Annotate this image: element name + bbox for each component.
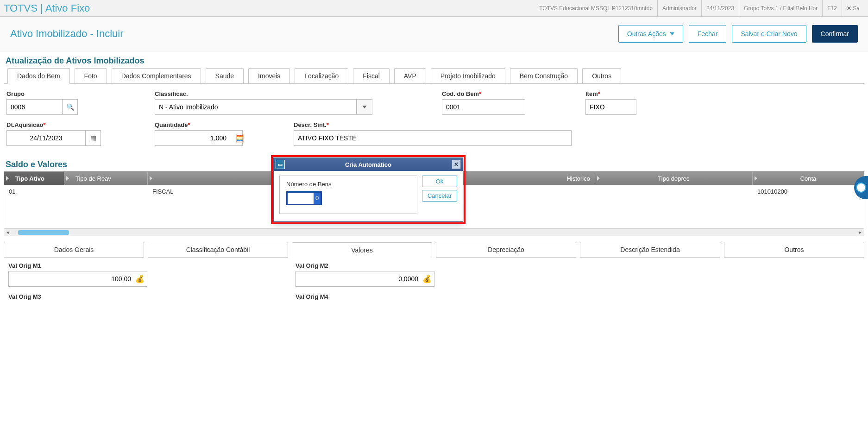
col-tipo-ativo[interactable]: Tipo Ativo <box>15 175 44 182</box>
grid-horizontal-scrollbar[interactable]: ◄ ► <box>4 228 864 236</box>
sort-indicator-icon <box>755 176 757 181</box>
calculator-icon[interactable]: 🧮 <box>235 134 245 143</box>
val-m1-label: Val Orig M1 <box>8 262 147 269</box>
numero-bens-label: Número de Bens <box>286 181 410 188</box>
sort-indicator-icon <box>597 176 600 181</box>
quantidade-label: Quantidade* <box>155 121 247 128</box>
caret-down-icon <box>362 106 367 108</box>
tab-localizacao[interactable]: Localização <box>295 68 348 84</box>
item-label: Item* <box>585 90 636 97</box>
tab-imoveis[interactable]: Imoveis <box>248 68 290 84</box>
subtab-dados-gerais[interactable]: Dados Gerais <box>4 242 144 258</box>
money-icon[interactable]: 💰 <box>135 275 145 283</box>
modal-title-text: Cria Automático <box>345 161 391 168</box>
page-subtitle: Ativo Imobilizado - Incluir <box>10 28 124 40</box>
close-icon: ✕ <box>454 161 459 168</box>
close-button[interactable]: Fechar <box>689 25 727 43</box>
confirm-button[interactable]: Confirmar <box>812 25 858 43</box>
help-icon <box>856 183 866 193</box>
grupo-label: Grupo <box>6 90 81 97</box>
topbar: TOTVS | Ativo Fixo TOTVS Educacional MSS… <box>0 0 868 17</box>
calendar-icon: ▦ <box>90 134 96 142</box>
tab-fiscal[interactable]: Fiscal <box>353 68 390 84</box>
dt-aquisicao-calendar-button[interactable]: ▦ <box>85 130 101 146</box>
main-tabs: Dados do Bem Foto Dados Complementares S… <box>4 68 864 83</box>
scroll-left-icon[interactable]: ◄ <box>4 229 12 236</box>
cod-bem-label: Cod. do Bem* <box>442 90 525 97</box>
subtab-classificacao-contabil[interactable]: Classificação Contábil <box>148 242 288 258</box>
val-m2-input[interactable] <box>296 271 434 287</box>
tab-dados-complementares[interactable]: Dados Complementares <box>112 68 201 84</box>
env-label: TOTVS Educacional MSSQL P1212310mntdb <box>535 0 657 17</box>
numero-bens-input-wrap[interactable]: 0 <box>286 191 322 205</box>
sort-indicator-icon <box>150 176 152 181</box>
val-m4-label: Val Orig M4 <box>296 293 434 300</box>
scroll-right-icon[interactable]: ► <box>856 229 864 236</box>
tab-outros[interactable]: Outros <box>582 68 621 84</box>
grupo-lookup-button[interactable]: 🔍 <box>62 99 78 115</box>
subtab-depreciacao[interactable]: Depreciação <box>436 242 576 258</box>
subtab-descricao-estendida[interactable]: Descrição Estendida <box>580 242 720 258</box>
scroll-thumb[interactable] <box>18 230 69 235</box>
save-and-new-button[interactable]: Salvar e Criar Novo <box>732 25 806 43</box>
tab-saude[interactable]: Saude <box>206 68 244 84</box>
col-tipo-reav[interactable]: Tipo de Reav <box>75 175 111 182</box>
subtab-valores[interactable]: Valores <box>292 242 432 258</box>
modal-cancel-button[interactable]: Cancelar <box>422 190 457 202</box>
money-icon[interactable]: 💰 <box>422 275 432 283</box>
other-actions-button[interactable]: Outras Ações <box>618 25 683 43</box>
user-label: Administrador <box>657 0 701 17</box>
sort-indicator-icon <box>6 176 9 181</box>
col-tipo-deprec[interactable]: Tipo deprec <box>658 175 689 182</box>
sub-tabs: Dados Gerais Classificação Contábil Valo… <box>4 242 864 258</box>
item-input[interactable] <box>585 99 636 115</box>
close-icon: ✕ <box>847 5 851 12</box>
cell-tipo-reav <box>64 188 148 195</box>
val-m1-input[interactable] <box>8 271 147 287</box>
classificac-label: Classificac. <box>155 90 372 97</box>
dt-aquisicao-input[interactable] <box>6 130 85 146</box>
actionbar: Ativo Imobilizado - Incluir Outras Ações… <box>0 17 868 51</box>
cell-conta: 101010200 <box>753 188 864 195</box>
dt-aquisicao-label: Dt.Aquisicao* <box>6 121 104 128</box>
grupo-input[interactable] <box>6 99 62 115</box>
classificac-dropdown-button[interactable] <box>357 99 372 115</box>
descr-sint-label: Descr. Sint.* <box>294 121 572 128</box>
modal-titlebar[interactable]: ▭ Cria Automático ✕ <box>274 158 463 171</box>
fkey-label[interactable]: F12 <box>822 0 842 17</box>
modal-ok-button[interactable]: Ok <box>422 176 457 187</box>
descr-sint-input[interactable] <box>294 130 572 146</box>
tab-dados-do-bem[interactable]: Dados do Bem <box>7 68 70 84</box>
modal-close-button[interactable]: ✕ <box>452 160 461 169</box>
close-window[interactable]: ✕ Sa <box>842 0 864 17</box>
group-label: Grupo Totvs 1 / Filial Belo Hor <box>739 0 822 17</box>
sort-indicator-icon <box>66 176 69 181</box>
tab-projeto-imobilizado[interactable]: Projeto Imobilizado <box>431 68 505 84</box>
numero-bens-input[interactable]: 0 <box>314 193 321 204</box>
tab-foto[interactable]: Foto <box>75 68 107 84</box>
tab-bem-construcao[interactable]: Bem Construção <box>510 68 578 84</box>
cell-tipo-ativo: 01 <box>4 188 64 195</box>
cell-tipo-deprec <box>595 188 753 195</box>
topbar-right: TOTVS Educacional MSSQL P1212310mntdb Ad… <box>535 0 864 17</box>
col-conta[interactable]: Conta <box>800 175 817 182</box>
date-label: 24/11/2023 <box>701 0 739 17</box>
col-historico[interactable]: Historico <box>566 175 590 182</box>
window-icon: ▭ <box>276 160 285 169</box>
quantidade-input[interactable] <box>155 130 243 146</box>
val-m3-label: Val Orig M3 <box>8 293 147 300</box>
val-m2-label: Val Orig M2 <box>296 262 434 269</box>
search-icon: 🔍 <box>66 103 74 111</box>
modal-cria-automatico: ▭ Cria Automático ✕ Número de Bens 0 Ok … <box>273 157 463 222</box>
tab-avp[interactable]: AVP <box>394 68 426 84</box>
subtab-outros[interactable]: Outros <box>724 242 864 258</box>
chevron-down-icon <box>670 32 674 35</box>
classificac-select[interactable] <box>155 99 357 115</box>
app-title: TOTVS | Ativo Fixo <box>4 2 90 14</box>
section-assets-title: Atualização de Ativos Imobilizados <box>0 51 868 68</box>
cod-bem-input[interactable] <box>442 99 525 115</box>
